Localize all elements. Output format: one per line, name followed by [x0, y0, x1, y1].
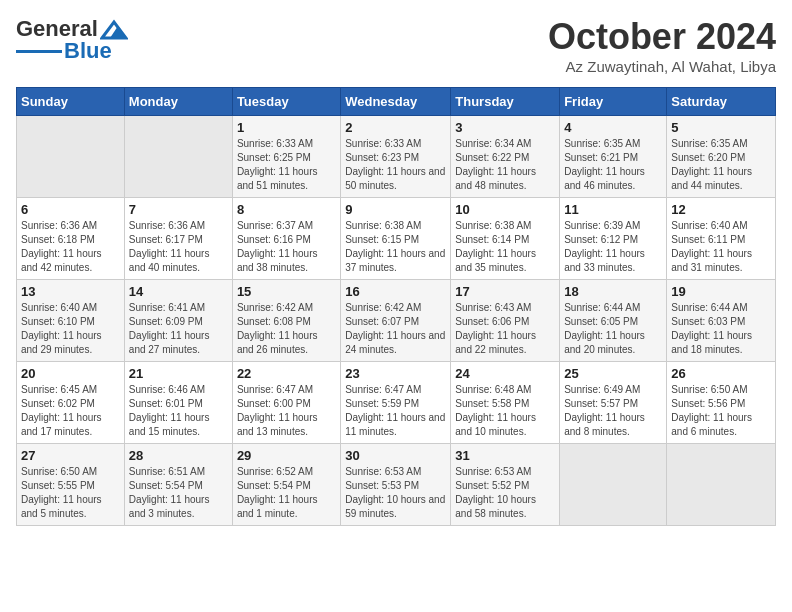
day-info: Sunrise: 6:39 AM Sunset: 6:12 PM Dayligh…	[564, 219, 662, 275]
day-number: 15	[237, 284, 336, 299]
page-header: General Blue October 2024 Az Zuwaytinah,…	[16, 16, 776, 75]
week-row-3: 13Sunrise: 6:40 AM Sunset: 6:10 PM Dayli…	[17, 280, 776, 362]
calendar-cell	[17, 116, 125, 198]
calendar-cell: 25Sunrise: 6:49 AM Sunset: 5:57 PM Dayli…	[560, 362, 667, 444]
day-number: 24	[455, 366, 555, 381]
calendar-cell: 8Sunrise: 6:37 AM Sunset: 6:16 PM Daylig…	[232, 198, 340, 280]
calendar-cell: 11Sunrise: 6:39 AM Sunset: 6:12 PM Dayli…	[560, 198, 667, 280]
day-header-wednesday: Wednesday	[341, 88, 451, 116]
calendar-cell: 19Sunrise: 6:44 AM Sunset: 6:03 PM Dayli…	[667, 280, 776, 362]
calendar-cell: 28Sunrise: 6:51 AM Sunset: 5:54 PM Dayli…	[124, 444, 232, 526]
day-number: 9	[345, 202, 446, 217]
day-info: Sunrise: 6:34 AM Sunset: 6:22 PM Dayligh…	[455, 137, 555, 193]
day-number: 11	[564, 202, 662, 217]
day-info: Sunrise: 6:40 AM Sunset: 6:11 PM Dayligh…	[671, 219, 771, 275]
day-number: 13	[21, 284, 120, 299]
month-title: October 2024	[548, 16, 776, 58]
calendar-cell: 29Sunrise: 6:52 AM Sunset: 5:54 PM Dayli…	[232, 444, 340, 526]
day-number: 12	[671, 202, 771, 217]
day-number: 26	[671, 366, 771, 381]
day-number: 31	[455, 448, 555, 463]
calendar-cell: 27Sunrise: 6:50 AM Sunset: 5:55 PM Dayli…	[17, 444, 125, 526]
calendar-cell: 20Sunrise: 6:45 AM Sunset: 6:02 PM Dayli…	[17, 362, 125, 444]
day-header-friday: Friday	[560, 88, 667, 116]
day-number: 28	[129, 448, 228, 463]
day-info: Sunrise: 6:38 AM Sunset: 6:14 PM Dayligh…	[455, 219, 555, 275]
calendar-cell: 17Sunrise: 6:43 AM Sunset: 6:06 PM Dayli…	[451, 280, 560, 362]
day-info: Sunrise: 6:36 AM Sunset: 6:17 PM Dayligh…	[129, 219, 228, 275]
day-info: Sunrise: 6:47 AM Sunset: 6:00 PM Dayligh…	[237, 383, 336, 439]
calendar-cell: 3Sunrise: 6:34 AM Sunset: 6:22 PM Daylig…	[451, 116, 560, 198]
day-number: 6	[21, 202, 120, 217]
day-number: 25	[564, 366, 662, 381]
calendar-cell	[124, 116, 232, 198]
day-info: Sunrise: 6:38 AM Sunset: 6:15 PM Dayligh…	[345, 219, 446, 275]
calendar-cell: 9Sunrise: 6:38 AM Sunset: 6:15 PM Daylig…	[341, 198, 451, 280]
calendar-cell: 5Sunrise: 6:35 AM Sunset: 6:20 PM Daylig…	[667, 116, 776, 198]
calendar-cell: 23Sunrise: 6:47 AM Sunset: 5:59 PM Dayli…	[341, 362, 451, 444]
day-number: 16	[345, 284, 446, 299]
day-info: Sunrise: 6:48 AM Sunset: 5:58 PM Dayligh…	[455, 383, 555, 439]
logo: General Blue	[16, 16, 128, 64]
day-number: 3	[455, 120, 555, 135]
day-info: Sunrise: 6:35 AM Sunset: 6:20 PM Dayligh…	[671, 137, 771, 193]
calendar-cell	[560, 444, 667, 526]
week-row-4: 20Sunrise: 6:45 AM Sunset: 6:02 PM Dayli…	[17, 362, 776, 444]
svg-marker-1	[110, 26, 126, 38]
day-info: Sunrise: 6:52 AM Sunset: 5:54 PM Dayligh…	[237, 465, 336, 521]
day-number: 17	[455, 284, 555, 299]
calendar-cell: 1Sunrise: 6:33 AM Sunset: 6:25 PM Daylig…	[232, 116, 340, 198]
day-info: Sunrise: 6:53 AM Sunset: 5:53 PM Dayligh…	[345, 465, 446, 521]
calendar-cell: 10Sunrise: 6:38 AM Sunset: 6:14 PM Dayli…	[451, 198, 560, 280]
day-info: Sunrise: 6:41 AM Sunset: 6:09 PM Dayligh…	[129, 301, 228, 357]
day-number: 19	[671, 284, 771, 299]
week-row-1: 1Sunrise: 6:33 AM Sunset: 6:25 PM Daylig…	[17, 116, 776, 198]
day-info: Sunrise: 6:49 AM Sunset: 5:57 PM Dayligh…	[564, 383, 662, 439]
day-info: Sunrise: 6:35 AM Sunset: 6:21 PM Dayligh…	[564, 137, 662, 193]
calendar-cell: 24Sunrise: 6:48 AM Sunset: 5:58 PM Dayli…	[451, 362, 560, 444]
week-row-5: 27Sunrise: 6:50 AM Sunset: 5:55 PM Dayli…	[17, 444, 776, 526]
day-info: Sunrise: 6:46 AM Sunset: 6:01 PM Dayligh…	[129, 383, 228, 439]
calendar-cell: 4Sunrise: 6:35 AM Sunset: 6:21 PM Daylig…	[560, 116, 667, 198]
day-number: 21	[129, 366, 228, 381]
day-number: 18	[564, 284, 662, 299]
day-info: Sunrise: 6:42 AM Sunset: 6:08 PM Dayligh…	[237, 301, 336, 357]
day-info: Sunrise: 6:43 AM Sunset: 6:06 PM Dayligh…	[455, 301, 555, 357]
calendar-cell: 31Sunrise: 6:53 AM Sunset: 5:52 PM Dayli…	[451, 444, 560, 526]
calendar-cell: 22Sunrise: 6:47 AM Sunset: 6:00 PM Dayli…	[232, 362, 340, 444]
week-row-2: 6Sunrise: 6:36 AM Sunset: 6:18 PM Daylig…	[17, 198, 776, 280]
day-info: Sunrise: 6:47 AM Sunset: 5:59 PM Dayligh…	[345, 383, 446, 439]
calendar-cell: 7Sunrise: 6:36 AM Sunset: 6:17 PM Daylig…	[124, 198, 232, 280]
day-number: 5	[671, 120, 771, 135]
day-number: 27	[21, 448, 120, 463]
day-number: 8	[237, 202, 336, 217]
day-header-thursday: Thursday	[451, 88, 560, 116]
day-number: 22	[237, 366, 336, 381]
day-info: Sunrise: 6:45 AM Sunset: 6:02 PM Dayligh…	[21, 383, 120, 439]
calendar-header-row: SundayMondayTuesdayWednesdayThursdayFrid…	[17, 88, 776, 116]
day-header-monday: Monday	[124, 88, 232, 116]
day-number: 29	[237, 448, 336, 463]
calendar-cell: 30Sunrise: 6:53 AM Sunset: 5:53 PM Dayli…	[341, 444, 451, 526]
logo-icon	[100, 18, 128, 40]
day-info: Sunrise: 6:50 AM Sunset: 5:56 PM Dayligh…	[671, 383, 771, 439]
calendar-cell: 2Sunrise: 6:33 AM Sunset: 6:23 PM Daylig…	[341, 116, 451, 198]
calendar-cell: 21Sunrise: 6:46 AM Sunset: 6:01 PM Dayli…	[124, 362, 232, 444]
day-header-tuesday: Tuesday	[232, 88, 340, 116]
calendar-table: SundayMondayTuesdayWednesdayThursdayFrid…	[16, 87, 776, 526]
day-info: Sunrise: 6:53 AM Sunset: 5:52 PM Dayligh…	[455, 465, 555, 521]
calendar-cell: 13Sunrise: 6:40 AM Sunset: 6:10 PM Dayli…	[17, 280, 125, 362]
day-number: 23	[345, 366, 446, 381]
day-number: 14	[129, 284, 228, 299]
day-info: Sunrise: 6:40 AM Sunset: 6:10 PM Dayligh…	[21, 301, 120, 357]
day-info: Sunrise: 6:44 AM Sunset: 6:05 PM Dayligh…	[564, 301, 662, 357]
calendar-cell	[667, 444, 776, 526]
day-number: 20	[21, 366, 120, 381]
calendar-cell: 6Sunrise: 6:36 AM Sunset: 6:18 PM Daylig…	[17, 198, 125, 280]
calendar-cell: 15Sunrise: 6:42 AM Sunset: 6:08 PM Dayli…	[232, 280, 340, 362]
day-header-saturday: Saturday	[667, 88, 776, 116]
day-info: Sunrise: 6:44 AM Sunset: 6:03 PM Dayligh…	[671, 301, 771, 357]
calendar-cell: 12Sunrise: 6:40 AM Sunset: 6:11 PM Dayli…	[667, 198, 776, 280]
day-number: 4	[564, 120, 662, 135]
day-number: 2	[345, 120, 446, 135]
